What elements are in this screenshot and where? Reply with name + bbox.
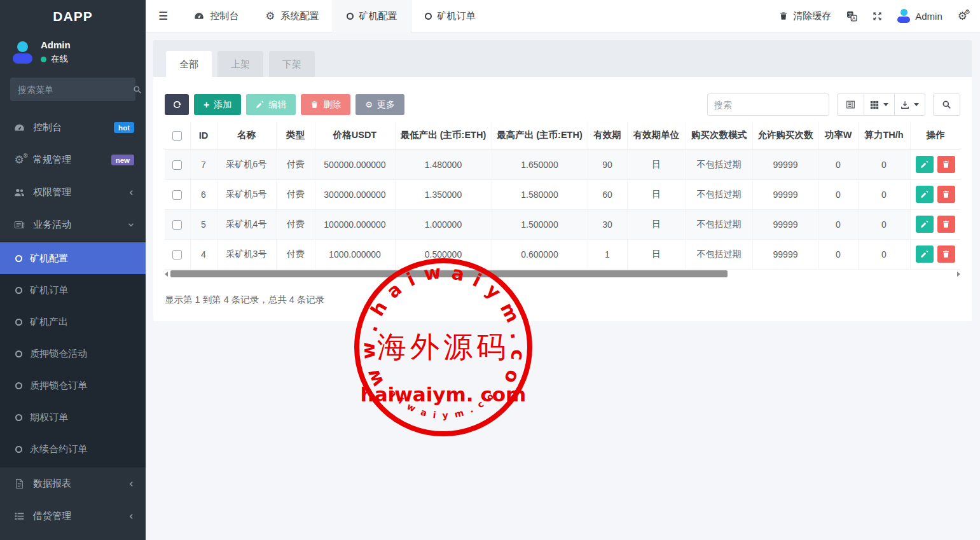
cogs-icon: ⚙⚙ xyxy=(13,155,25,165)
scroll-right-arrow[interactable] xyxy=(957,272,960,277)
column-header: 最低产出 (主币:ETH) xyxy=(395,121,492,149)
sidebar-subitem[interactable]: 矿机配置 xyxy=(0,242,146,274)
column-header: 功率W xyxy=(818,121,858,149)
edit-row-button[interactable] xyxy=(916,216,934,233)
horizontal-scrollbar xyxy=(165,270,960,278)
user-name: Admin xyxy=(915,11,942,22)
sidebar-item-label: 业务活动 xyxy=(33,219,71,231)
record-count-info: 显示第 1 到第 4 条记录，总共 4 条记录 xyxy=(165,294,960,306)
sidebar-item-label: 常规管理 xyxy=(33,154,71,166)
trash-icon xyxy=(942,190,950,198)
table-search-input[interactable] xyxy=(707,93,829,116)
nav-tab-dashboard[interactable]: 控制台 xyxy=(181,0,252,32)
sidebar-search-input[interactable] xyxy=(18,85,133,95)
sidebar-item-reports[interactable]: 数据报表 xyxy=(0,467,146,500)
circle-icon xyxy=(15,350,22,357)
delete-row-button[interactable] xyxy=(937,186,955,203)
circle-icon xyxy=(15,319,22,326)
chevron-down-icon xyxy=(128,222,134,228)
main-content: 全部 上架 下架 + 添加 编辑 删除 xyxy=(146,32,980,540)
file-icon xyxy=(13,478,25,489)
gear-icon: ⚙ xyxy=(365,100,373,109)
column-header: ID xyxy=(190,121,217,149)
delete-row-button[interactable] xyxy=(937,156,955,173)
column-header: 购买次数模式 xyxy=(686,121,752,149)
delete-button[interactable]: 删除 xyxy=(301,94,350,115)
nav-tab-system-config[interactable]: ⚙ 系统配置 xyxy=(252,0,332,32)
delete-row-button[interactable] xyxy=(937,216,955,233)
sidebar-item-business[interactable]: 业务活动 xyxy=(0,209,146,241)
row-checkbox[interactable] xyxy=(172,160,182,170)
column-header: 最高产出 (主币:ETH) xyxy=(492,121,588,149)
column-header: 有效期单位 xyxy=(627,121,686,149)
sidebar-item-general[interactable]: ⚙⚙ 常规管理 new xyxy=(0,144,146,176)
circle-icon xyxy=(15,446,22,453)
edit-row-button[interactable] xyxy=(916,186,934,203)
pencil-icon xyxy=(256,100,264,109)
sidebar-item-label: 数据报表 xyxy=(33,478,71,490)
sidebar-subitem[interactable]: 质押锁仓活动 xyxy=(0,338,146,370)
user-menu[interactable]: Admin xyxy=(897,9,942,23)
tab-on-shelf[interactable]: 上架 xyxy=(217,51,263,77)
row-checkbox[interactable] xyxy=(172,250,182,260)
search-icon xyxy=(133,85,142,94)
sidebar-subitem[interactable]: 矿机订单 xyxy=(0,274,146,306)
hamburger-menu-icon[interactable]: ☰ xyxy=(146,10,181,22)
tab-off-shelf[interactable]: 下架 xyxy=(269,51,315,77)
nav-tab-label: 系统配置 xyxy=(281,10,319,22)
fullscreen-icon[interactable] xyxy=(873,11,882,21)
sidebar-item-permissions[interactable]: 权限管理 xyxy=(0,176,146,209)
circle-icon xyxy=(15,287,22,294)
top-navbar: ☰ 控制台 ⚙ 系统配置 矿机配置 矿机订单 清除缓存 文A xyxy=(146,0,980,32)
chevron-left-icon xyxy=(128,190,134,196)
circle-icon xyxy=(15,382,22,389)
export-button[interactable] xyxy=(895,93,925,116)
scrollbar-thumb[interactable] xyxy=(170,270,728,277)
sidebar-item-label: 借贷管理 xyxy=(33,510,71,522)
add-button[interactable]: + 添加 xyxy=(194,94,241,115)
panel: 全部 上架 下架 + 添加 编辑 删除 xyxy=(153,40,972,321)
circle-icon xyxy=(15,414,22,421)
detail-view-button[interactable] xyxy=(837,93,864,116)
online-status-dot xyxy=(41,57,46,62)
translate-icon[interactable]: 文A xyxy=(846,11,857,22)
sidebar-subitem[interactable]: 质押锁仓订单 xyxy=(0,370,146,401)
nav-tab-miner-orders[interactable]: 矿机订单 xyxy=(411,0,489,32)
select-all-checkbox[interactable] xyxy=(172,131,182,141)
sidebar-subitem[interactable]: 永续合约订单 xyxy=(0,433,146,465)
column-header: 类型 xyxy=(276,121,315,149)
column-header: 操作 xyxy=(910,121,960,149)
settings-cogs-icon[interactable]: ⚙⚙ xyxy=(958,11,967,22)
table-body: 7采矿机6号付费500000.0000001.4800001.65000090日… xyxy=(165,149,960,269)
toolbar: + 添加 编辑 删除 ⚙ 更多 xyxy=(165,93,960,116)
edit-row-button[interactable] xyxy=(916,246,934,263)
circle-icon xyxy=(425,13,432,20)
caret-down-icon xyxy=(914,103,919,106)
miner-config-table: ID名称类型价格USDT最低产出 (主币:ETH)最高产出 (主币:ETH)有效… xyxy=(165,121,960,270)
sidebar-item-label: 权限管理 xyxy=(33,186,71,198)
row-checkbox[interactable] xyxy=(172,220,182,230)
tab-all[interactable]: 全部 xyxy=(166,51,212,77)
scroll-left-arrow[interactable] xyxy=(165,272,168,277)
more-button[interactable]: ⚙ 更多 xyxy=(355,94,404,115)
chevron-left-icon xyxy=(128,481,134,487)
clear-cache-button[interactable]: 清除缓存 xyxy=(779,10,831,22)
sidebar-subitem[interactable]: 期权订单 xyxy=(0,401,146,433)
sidebar: DAPP Admin 在线 控制台 hot ⚙⚙ 常规管理 new xyxy=(0,0,146,540)
table-header-row: ID名称类型价格USDT最低产出 (主币:ETH)最高产出 (主币:ETH)有效… xyxy=(165,121,960,149)
search-button[interactable] xyxy=(933,93,960,116)
row-checkbox[interactable] xyxy=(172,190,182,200)
refresh-button[interactable] xyxy=(165,94,189,115)
chevron-left-icon xyxy=(128,513,134,520)
sidebar-item-label: 控制台 xyxy=(33,121,62,134)
edit-row-button[interactable] xyxy=(916,156,934,173)
delete-row-button[interactable] xyxy=(937,246,955,263)
pencil-icon xyxy=(920,220,928,228)
nav-tab-miner-config[interactable]: 矿机配置 xyxy=(333,0,411,32)
sidebar-item-lending[interactable]: 借贷管理 xyxy=(0,500,146,532)
sidebar-item-dashboard[interactable]: 控制台 hot xyxy=(0,111,146,144)
edit-button[interactable]: 编辑 xyxy=(246,94,296,115)
columns-button[interactable] xyxy=(864,93,895,116)
nav-tab-label: 矿机配置 xyxy=(359,10,397,22)
sidebar-subitem[interactable]: 矿机产出 xyxy=(0,306,146,338)
